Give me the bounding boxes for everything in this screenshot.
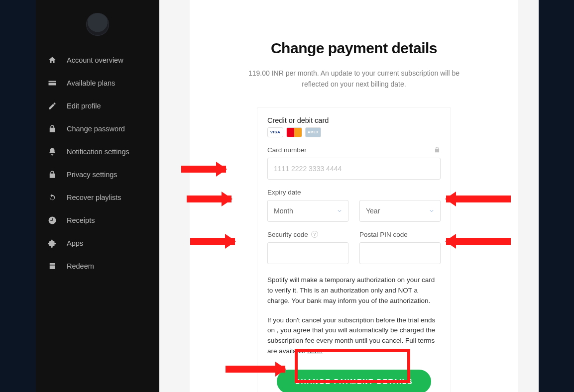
app-shell: Account overview Available plans Edit pr… bbox=[36, 0, 539, 392]
page-title: Change payment details bbox=[215, 40, 493, 57]
bell-icon bbox=[48, 147, 57, 156]
page-gutter-left bbox=[0, 0, 27, 392]
sidebar-item-label: Recover playlists bbox=[67, 194, 121, 201]
sidebar-item-label: Receipts bbox=[67, 216, 95, 224]
visa-icon: VISA bbox=[267, 127, 283, 137]
sidebar-item-edit-profile[interactable]: Edit profile bbox=[36, 95, 159, 117]
card-number-input[interactable] bbox=[267, 158, 441, 180]
sidebar-item-notification-settings[interactable]: Notification settings bbox=[36, 140, 159, 163]
lock-icon bbox=[48, 124, 57, 133]
lock-icon bbox=[48, 170, 57, 179]
redeem-icon bbox=[48, 262, 57, 271]
expiry-month-select[interactable]: Month bbox=[267, 200, 348, 222]
sidebar-item-label: Account overview bbox=[67, 56, 123, 64]
sidebar-item-label: Redeem bbox=[67, 262, 94, 270]
sidebar-item-apps[interactable]: Apps bbox=[36, 232, 159, 255]
sidebar-item-privacy-settings[interactable]: Privacy settings bbox=[36, 163, 159, 186]
amex-icon: AMEX bbox=[305, 127, 321, 137]
home-icon bbox=[48, 56, 57, 65]
avatar-container bbox=[36, 6, 159, 49]
disclaimer-authorization: Spotify will make a temporary authorizat… bbox=[267, 275, 441, 306]
postal-code-label: Postal PIN code bbox=[359, 231, 441, 238]
main-area: Change payment details 119.00 INR per mo… bbox=[159, 0, 539, 392]
annotation-arrow bbox=[226, 366, 285, 373]
sidebar-item-redeem[interactable]: Redeem bbox=[36, 255, 159, 278]
sidebar-item-label: Privacy settings bbox=[67, 171, 117, 179]
sidebar-item-label: Edit profile bbox=[67, 102, 101, 110]
sidebar-item-label: Notification settings bbox=[67, 148, 129, 156]
avatar[interactable] bbox=[86, 13, 109, 36]
sidebar-nav: Account overview Available plans Edit pr… bbox=[36, 49, 159, 278]
annotation-highlight-box bbox=[295, 349, 410, 383]
page-gutter-right bbox=[547, 0, 574, 392]
page-subtitle: 119.00 INR per month. An update to your … bbox=[215, 68, 493, 90]
lock-icon bbox=[434, 146, 441, 153]
annotation-arrow bbox=[446, 238, 511, 245]
annotation-arrow bbox=[181, 166, 226, 173]
sidebar-item-change-password[interactable]: Change password bbox=[36, 117, 159, 140]
expiry-label: Expiry date bbox=[267, 189, 441, 196]
card-number-label: Card number bbox=[267, 146, 307, 154]
mastercard-icon bbox=[286, 127, 302, 137]
sidebar-item-label: Available plans bbox=[67, 79, 115, 87]
card-icon bbox=[48, 79, 57, 88]
refresh-icon bbox=[48, 193, 57, 202]
card-brand-row: VISA AMEX bbox=[267, 127, 441, 137]
annotation-arrow bbox=[187, 196, 231, 202]
payment-method-label: Credit or debit card bbox=[267, 116, 441, 124]
annotation-arrow bbox=[190, 238, 235, 245]
puzzle-icon bbox=[48, 239, 57, 248]
security-code-label: Security code bbox=[267, 231, 308, 238]
sidebar-item-label: Apps bbox=[67, 239, 83, 247]
pencil-icon bbox=[48, 101, 57, 110]
security-code-input[interactable] bbox=[267, 242, 348, 264]
sidebar-item-account-overview[interactable]: Account overview bbox=[36, 49, 159, 72]
annotation-arrow bbox=[446, 196, 511, 202]
sidebar-item-available-plans[interactable]: Available plans bbox=[36, 72, 159, 95]
postal-code-input[interactable] bbox=[359, 242, 441, 264]
sidebar: Account overview Available plans Edit pr… bbox=[36, 0, 159, 392]
sidebar-item-recover-playlists[interactable]: Recover playlists bbox=[36, 186, 159, 209]
clock-icon bbox=[48, 216, 57, 225]
sidebar-item-label: Change password bbox=[67, 125, 125, 133]
expiry-month-wrap: Month bbox=[267, 200, 348, 222]
expiry-year-wrap: Year bbox=[359, 200, 441, 222]
sidebar-item-receipts[interactable]: Receipts bbox=[36, 209, 159, 232]
expiry-year-select[interactable]: Year bbox=[359, 200, 441, 222]
help-icon[interactable]: ? bbox=[311, 231, 318, 238]
